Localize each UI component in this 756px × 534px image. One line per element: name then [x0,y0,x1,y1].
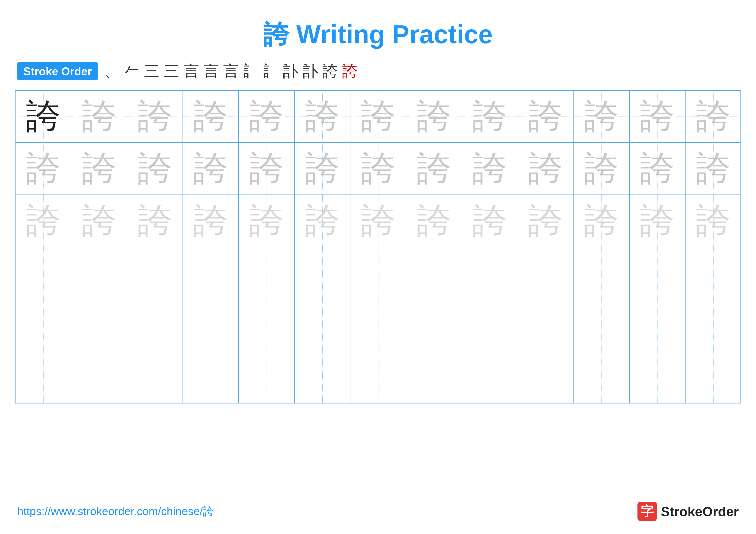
grid-cell-2-5[interactable]: 誇 [295,195,350,247]
grid-cell-1-3[interactable]: 誇 [183,143,239,194]
grid-cell-1-10[interactable]: 誇 [574,143,630,194]
footer-url[interactable]: https://www.strokeorder.com/chinese/誇 [17,504,214,519]
grid-cell-3-9[interactable] [518,247,574,299]
grid-cell-0-7[interactable]: 誇 [406,91,462,142]
cell-character: 誇 [472,197,507,244]
grid-cell-4-5[interactable] [295,299,350,351]
grid-cell-3-2[interactable] [127,247,183,299]
grid-cell-2-0[interactable]: 誇 [15,195,71,247]
grid-cell-5-2[interactable] [127,351,183,403]
grid-cell-5-7[interactable] [406,351,462,403]
grid-cell-1-9[interactable]: 誇 [518,143,574,194]
grid-cell-3-5[interactable] [295,247,350,299]
grid-cell-4-7[interactable] [406,299,462,351]
cell-character: 誇 [417,93,451,140]
grid-cell-1-5[interactable]: 誇 [295,143,350,194]
grid-cell-5-4[interactable] [239,351,295,403]
grid-cell-2-2[interactable]: 誇 [127,195,183,247]
grid-cell-4-9[interactable] [518,299,574,351]
grid-cell-0-8[interactable]: 誇 [462,91,518,142]
grid-cell-4-2[interactable] [127,299,183,351]
stroke-step-0: 、 [104,61,120,82]
grid-cell-0-0[interactable]: 誇 [15,91,71,142]
grid-cell-2-3[interactable]: 誇 [183,195,239,247]
grid-cell-5-8[interactable] [462,351,518,403]
grid-cell-0-2[interactable]: 誇 [127,91,183,142]
grid-cell-5-1[interactable] [71,351,127,403]
grid-row-0: 誇誇誇誇誇誇誇誇誇誇誇誇誇 [15,91,741,143]
grid-cell-3-12[interactable] [686,247,741,299]
grid-cell-3-10[interactable] [574,247,630,299]
grid-row-3 [15,247,741,299]
grid-cell-1-12[interactable]: 誇 [686,143,741,194]
grid-cell-3-3[interactable] [183,247,239,299]
cell-character: 誇 [361,93,395,140]
grid-cell-4-12[interactable] [686,299,741,351]
grid-cell-2-6[interactable]: 誇 [350,195,406,247]
grid-cell-0-9[interactable]: 誇 [518,91,574,142]
grid-cell-1-7[interactable]: 誇 [406,143,462,194]
grid-cell-5-9[interactable] [518,351,574,403]
grid-cell-0-5[interactable]: 誇 [295,91,350,142]
grid-cell-1-11[interactable]: 誇 [630,143,686,194]
grid-cell-1-4[interactable]: 誇 [239,143,295,194]
grid-cell-1-1[interactable]: 誇 [71,143,127,194]
grid-cell-3-7[interactable] [406,247,462,299]
cell-character: 誇 [82,93,116,140]
grid-cell-1-8[interactable]: 誇 [462,143,518,194]
grid-cell-0-3[interactable]: 誇 [183,91,239,142]
grid-cell-4-0[interactable] [15,299,71,351]
grid-cell-0-11[interactable]: 誇 [630,91,686,142]
stroke-step-7: 訁 [243,61,258,82]
grid-cell-1-6[interactable]: 誇 [350,143,406,194]
cell-character: 誇 [194,93,228,140]
grid-cell-4-1[interactable] [71,299,127,351]
grid-cell-2-8[interactable]: 誇 [462,195,518,247]
stroke-step-1: 𠂉 [124,63,140,80]
grid-cell-3-1[interactable] [71,247,127,299]
grid-cell-4-11[interactable] [630,299,686,351]
grid-cell-0-4[interactable]: 誇 [239,91,295,142]
cell-character: 誇 [640,145,675,192]
grid-cell-5-12[interactable] [686,351,741,403]
cell-character: 誇 [26,197,61,244]
cell-character: 誇 [528,197,563,244]
grid-cell-0-6[interactable]: 誇 [350,91,406,142]
grid-cell-5-11[interactable] [630,351,686,403]
grid-cell-1-2[interactable]: 誇 [127,143,183,194]
grid-cell-4-3[interactable] [183,299,239,351]
grid-cell-2-7[interactable]: 誇 [406,195,462,247]
grid-cell-5-5[interactable] [295,351,350,403]
grid-cell-4-10[interactable] [574,299,630,351]
grid-cell-4-4[interactable] [239,299,295,351]
grid-cell-2-4[interactable]: 誇 [239,195,295,247]
grid-cell-2-12[interactable]: 誇 [686,195,741,247]
grid-cell-4-6[interactable] [350,299,406,351]
grid-cell-3-4[interactable] [239,247,295,299]
cell-character: 誇 [361,197,395,244]
cell-character: 誇 [249,93,284,140]
grid-cell-0-12[interactable]: 誇 [686,91,741,142]
grid-cell-2-1[interactable]: 誇 [71,195,127,247]
brand-icon: 字 [637,502,657,521]
grid-cell-3-11[interactable] [630,247,686,299]
grid-cell-3-0[interactable] [15,247,71,299]
grid-cell-2-9[interactable]: 誇 [518,195,574,247]
grid-cell-3-6[interactable] [350,247,406,299]
grid-cell-1-0[interactable]: 誇 [15,143,71,194]
grid-cell-0-10[interactable]: 誇 [574,91,630,142]
grid-cell-5-0[interactable] [15,351,71,403]
grid-cell-4-8[interactable] [462,299,518,351]
grid-cell-5-3[interactable] [183,351,239,403]
cell-character: 誇 [528,93,563,140]
grid-row-1: 誇誇誇誇誇誇誇誇誇誇誇誇誇 [15,143,741,195]
cell-character: 誇 [305,93,339,140]
grid-cell-5-6[interactable] [350,351,406,403]
grid-cell-2-10[interactable]: 誇 [574,195,630,247]
cell-character: 誇 [696,145,731,192]
stroke-step-2: 三 [144,61,159,82]
grid-cell-2-11[interactable]: 誇 [630,195,686,247]
grid-cell-0-1[interactable]: 誇 [71,91,127,142]
grid-cell-3-8[interactable] [462,247,518,299]
grid-cell-5-10[interactable] [574,351,630,403]
